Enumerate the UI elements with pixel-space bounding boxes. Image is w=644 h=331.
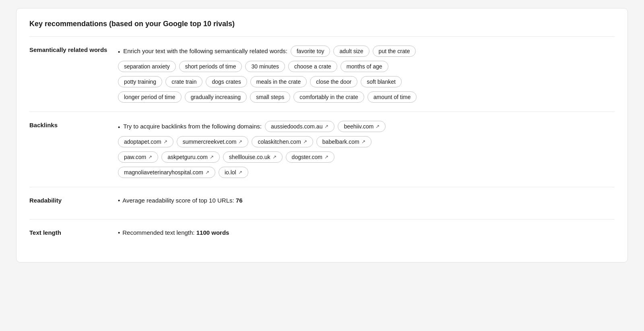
tag-potty-training[interactable]: potty training <box>118 76 162 87</box>
tag-paw[interactable]: paw.com ↗︎ <box>118 151 158 163</box>
tag-aussiedoods[interactable]: aussiedoods.com.au ↗︎ <box>265 121 334 132</box>
text-length-value: 1100 words <box>196 229 229 236</box>
text-length-content: • Recommended text length: 1100 words <box>118 228 615 242</box>
semantically-label: Semantically related words <box>29 46 118 53</box>
bullet-icon-4: • <box>118 229 120 236</box>
external-link-icon: ↗︎ <box>163 139 167 145</box>
tag-adult-size[interactable]: adult size <box>333 46 369 57</box>
tag-30-minutes[interactable]: 30 minutes <box>245 61 285 72</box>
tag-amount-of-time[interactable]: amount of time <box>367 91 417 103</box>
backlinks-row3: paw.com ↗︎ askpetguru.com ↗︎ shelllouise… <box>118 151 615 163</box>
tag-longer-period[interactable]: longer period of time <box>118 91 182 103</box>
readability-text: Average readability score of top 10 URLs… <box>122 196 242 205</box>
external-link-icon: ↗︎ <box>324 124 328 129</box>
tag-meals-in-the-crate[interactable]: meals in the crate <box>250 76 307 87</box>
backlinks-row2: adoptapet.com ↗︎ summercreekvet.com ↗︎ c… <box>118 136 615 147</box>
semantically-bullet-text: Enrich your text with the following sema… <box>123 47 287 56</box>
external-link-icon: ↗︎ <box>272 154 277 160</box>
semantically-row3: potty training crate train dogs crates m… <box>118 76 615 87</box>
backlinks-section: Backlinks • Try to acquire backlinks fro… <box>29 112 615 187</box>
tag-colaskitchen[interactable]: colaskitchen.com ↗︎ <box>252 136 313 147</box>
backlinks-row1: • Try to acquire backlinks from the foll… <box>118 121 615 132</box>
semantically-row1: • Enrich your text with the following se… <box>118 46 615 57</box>
tag-crate-train[interactable]: crate train <box>165 76 202 87</box>
tag-close-the-door[interactable]: close the door <box>310 76 357 87</box>
card-title: Key recommendations (based on your Googl… <box>29 20 615 28</box>
external-link-icon: ↗︎ <box>303 139 307 145</box>
tag-magnoliaveterinaryhospital[interactable]: magnoliaveterinaryhospital.com ↗︎ <box>118 167 215 178</box>
readability-section: Readability • Average readability score … <box>29 187 615 219</box>
tag-short-periods[interactable]: short periods of time <box>179 61 242 72</box>
readability-score: 76 <box>236 197 243 204</box>
external-link-icon: ↗︎ <box>205 170 209 175</box>
text-length-section: Text length • Recommended text length: 1… <box>29 219 615 251</box>
tag-babelbark[interactable]: babelbark.com ↗︎ <box>316 136 372 147</box>
backlinks-label: Backlinks <box>29 121 118 128</box>
external-link-icon: ↗︎ <box>238 170 242 175</box>
readability-content: • Average readability score of top 10 UR… <box>118 196 615 210</box>
text-length-row: • Recommended text length: 1100 words <box>118 228 615 238</box>
external-link-icon: ↗︎ <box>210 154 214 160</box>
tag-adoptapet[interactable]: adoptapet.com ↗︎ <box>118 136 173 147</box>
tag-soft-blanket[interactable]: soft blanket <box>361 76 402 87</box>
text-length-label: Text length <box>29 228 118 236</box>
semantically-row2: separation anxiety short periods of time… <box>118 61 615 72</box>
backlinks-bullet-text: Try to acquire backlinks from the follow… <box>123 122 262 131</box>
external-link-icon: ↗︎ <box>324 154 328 160</box>
tag-gradually-increasing[interactable]: gradually increasing <box>185 91 247 103</box>
bullet-icon-1: • <box>118 48 120 55</box>
external-link-icon: ↗︎ <box>361 139 365 145</box>
external-link-icon: ↗︎ <box>148 154 152 160</box>
tag-put-the-crate[interactable]: put the crate <box>373 46 416 57</box>
readability-label: Readability <box>29 196 118 204</box>
tag-shelllouise[interactable]: shelllouise.co.uk ↗︎ <box>223 151 283 163</box>
tag-separation-anxiety[interactable]: separation anxiety <box>118 61 176 72</box>
tag-beehiiv[interactable]: beehiiv.com ↗︎ <box>338 121 386 132</box>
tag-summercreekvet[interactable]: summercreekvet.com ↗︎ <box>177 136 249 147</box>
tag-dogster[interactable]: dogster.com ↗︎ <box>286 151 334 163</box>
external-link-icon: ↗︎ <box>376 124 380 129</box>
tag-dogs-crates[interactable]: dogs crates <box>206 76 247 87</box>
bullet-icon-3: • <box>118 197 120 204</box>
bullet-icon-2: • <box>118 124 120 130</box>
tag-askpetguru[interactable]: askpetguru.com ↗︎ <box>161 151 220 163</box>
semantically-section: Semantically related words • Enrich your… <box>29 36 615 112</box>
tag-comfortably-in-the-crate[interactable]: comfortably in the crate <box>293 91 364 103</box>
tag-iolol[interactable]: io.lol ↗︎ <box>219 167 248 178</box>
tag-small-steps[interactable]: small steps <box>250 91 290 103</box>
text-length-text: Recommended text length: 1100 words <box>122 228 229 238</box>
tag-favorite-toy[interactable]: favorite toy <box>291 46 330 57</box>
tag-months-of-age[interactable]: months of age <box>341 61 388 72</box>
readability-row: • Average readability score of top 10 UR… <box>118 196 615 205</box>
semantically-content: • Enrich your text with the following se… <box>118 46 615 103</box>
external-link-icon: ↗︎ <box>238 139 242 145</box>
tag-choose-a-crate[interactable]: choose a crate <box>288 61 337 72</box>
backlinks-content: • Try to acquire backlinks from the foll… <box>118 121 615 178</box>
semantically-row4: longer period of time gradually increasi… <box>118 91 615 103</box>
backlinks-row4: magnoliaveterinaryhospital.com ↗︎ io.lol… <box>118 167 615 178</box>
main-card: Key recommendations (based on your Googl… <box>16 8 628 263</box>
